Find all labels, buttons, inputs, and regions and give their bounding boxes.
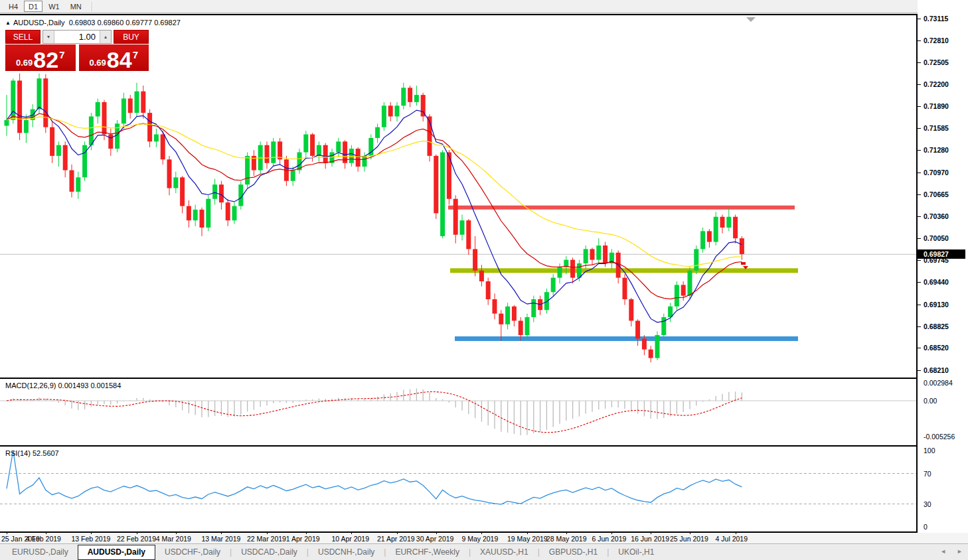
candle-body	[525, 317, 530, 335]
candle-body	[434, 156, 438, 213]
date-tick	[267, 531, 268, 534]
macd-indicator-pane[interactable]: MACD(12,26,9) 0.001493 0.001584	[0, 379, 916, 445]
price-tick	[918, 106, 921, 107]
price-tick-label: 0.69440	[924, 278, 949, 286]
collapse-arrow-icon[interactable]: ▲	[5, 20, 11, 26]
candle-body	[96, 102, 100, 117]
candle-body	[336, 141, 341, 152]
candle-body	[317, 145, 321, 156]
date-label: 21 Apr 2019	[377, 535, 415, 543]
chart-tab-usdchf[interactable]: USDCHF-,Daily	[155, 545, 230, 559]
resistance-line[interactable]	[448, 206, 795, 210]
price-axis[interactable]: 0.69827 0.731150.728100.725050.722000.71…	[918, 0, 968, 533]
candle-body	[440, 153, 445, 236]
candle-body	[193, 210, 198, 220]
price-tick	[918, 62, 921, 63]
timeframe-button-mn[interactable]: MN	[66, 1, 86, 12]
chart-symbol-label: AUDUSD-,Daily	[13, 19, 65, 27]
price-tick-label: 0.71280	[924, 146, 949, 154]
candle-body	[245, 156, 250, 184]
price-tick	[918, 19, 921, 19]
candle-body	[505, 307, 510, 324]
candle-body	[707, 231, 712, 242]
chart-tab-audusd[interactable]: AUDUSD-,Daily	[78, 545, 155, 560]
candle-body	[395, 105, 400, 116]
date-tick	[436, 531, 437, 534]
date-label: 4 Jul 2019	[716, 535, 748, 543]
candle-body	[43, 78, 48, 127]
timeframe-button-h4[interactable]: H4	[4, 1, 23, 12]
timeframe-toolbar: H4D1W1MN	[0, 0, 968, 13]
volume-increase-icon[interactable]: ▴	[100, 31, 111, 43]
candle-body	[408, 88, 412, 102]
chart-tab-eurchf[interactable]: EURCHF-,Weekly	[386, 545, 468, 559]
chart-tab-xauusd[interactable]: XAUUSD-,H1	[471, 545, 538, 559]
current-price-label: 0.69827	[918, 249, 965, 259]
candle-body	[271, 141, 276, 163]
date-label: 9 May 2019	[461, 535, 498, 543]
rsi-axis-label: 0	[924, 523, 928, 531]
scroll-tabs-right-icon[interactable]: ►	[957, 548, 963, 555]
chart-tab-usdcad[interactable]: USDCAD-,Daily	[232, 545, 307, 559]
scroll-tabs-left-icon[interactable]: ◄	[940, 548, 946, 555]
tab-scroll-arrows: ◄ ►	[940, 548, 963, 555]
timeframe-button-w1[interactable]: W1	[44, 1, 64, 12]
rsi-chart[interactable]	[0, 447, 916, 531]
date-axis[interactable]: 25 Jan 20194 Feb 201913 Feb 201922 Feb 2…	[0, 533, 968, 543]
chart-tab-ukoil[interactable]: UKOil-,H1	[609, 545, 663, 559]
candle-body	[70, 171, 74, 192]
sell-price-prefix: 0.69	[16, 58, 33, 68]
rsi-axis-label: 100	[924, 447, 935, 455]
chart-tab-eurusd[interactable]: EURUSD-,Daily	[3, 545, 78, 559]
rsi-indicator-pane[interactable]: RSI(14) 52.5607	[0, 447, 916, 531]
candle-body	[375, 127, 380, 138]
low-support-line[interactable]	[455, 336, 798, 341]
chart-tab-usdcnh[interactable]: USDCNH-,Daily	[309, 545, 384, 559]
candle-body	[37, 78, 42, 109]
candle-body	[603, 245, 607, 263]
candle-body	[453, 199, 458, 235]
candle-body	[694, 249, 698, 270]
buy-price-button[interactable]: 0.69 84 7	[79, 44, 149, 71]
pane-separator[interactable]	[0, 445, 968, 447]
price-tick-label: 0.70665	[924, 190, 949, 198]
date-label: 10 Apr 2019	[331, 535, 369, 543]
candle-body	[447, 153, 451, 199]
candle-body	[356, 149, 361, 167]
sell-price-button[interactable]: 0.69 82 7	[5, 44, 76, 71]
timeframe-button-d1[interactable]: D1	[24, 1, 42, 12]
chart-tab-gbpusd[interactable]: GBPUSD-,H1	[540, 545, 607, 559]
candle-body	[661, 317, 666, 335]
date-label: 16 Jun 2019	[631, 535, 669, 543]
buy-button[interactable]: BUY	[114, 30, 149, 44]
buy-price-main: 84	[107, 50, 132, 70]
sell-button[interactable]: SELL	[5, 30, 40, 44]
date-tick	[91, 531, 92, 534]
volume-decrease-icon[interactable]: ▾	[43, 31, 54, 43]
chart-ohlc-values: 0.69803 0.69860 0.69777 0.69827	[69, 19, 181, 27]
date-label: 4 Feb 2019	[26, 535, 61, 543]
candle-body	[700, 231, 705, 249]
macd-label: MACD(12,26,9) 0.001493 0.001584	[5, 382, 121, 389]
candle-body	[733, 217, 738, 238]
pane-separator[interactable]	[0, 378, 968, 379]
candle-body	[740, 238, 744, 254]
price-chart-pane[interactable]: ▲AUDUSD-,Daily 0.69803 0.69860 0.69777 0…	[0, 15, 916, 378]
candle-body	[135, 92, 139, 113]
candle-body	[310, 135, 315, 156]
candle-body	[551, 278, 556, 293]
candle-body	[180, 177, 185, 206]
candle-body	[460, 220, 465, 235]
price-tick-label: 0.70050	[924, 234, 949, 242]
scroll-to-end-marker-icon[interactable]	[746, 17, 756, 22]
candle-body	[675, 285, 679, 306]
candle-body	[56, 145, 61, 156]
price-tick	[918, 326, 921, 327]
candle-body	[642, 338, 647, 349]
macd-chart[interactable]	[0, 379, 916, 445]
date-tick	[221, 531, 222, 534]
macd-axis-label: 0.00	[924, 397, 937, 405]
volume-input[interactable]	[54, 31, 100, 43]
candle-body	[531, 299, 536, 317]
price-tick-label: 0.69130	[924, 301, 949, 309]
